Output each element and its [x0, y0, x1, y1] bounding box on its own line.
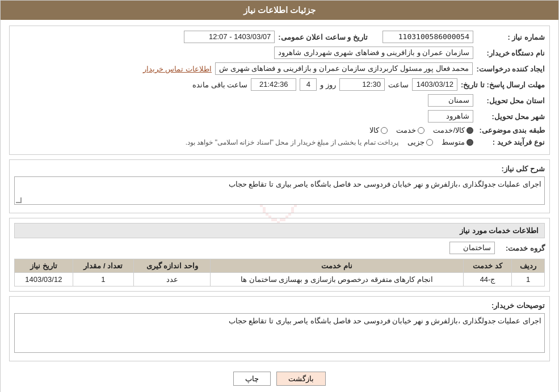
table-cell-row: 1: [512, 273, 545, 286]
row-need-number: شماره نیاز : 1103100586000054 تاریخ و سا…: [14, 31, 545, 43]
row-description: شرح کلی نیاز: اجرای عملیات جدولگذاری ،با…: [14, 165, 545, 205]
page-title: جزئیات اطلاعات نیاز: [243, 5, 316, 15]
radio-jozvi-circle: [426, 139, 433, 146]
service-group-row: گروه خدمت: ساختمان: [14, 242, 545, 254]
deadline-remaining: 21:42:36: [251, 78, 296, 91]
back-button[interactable]: بازگشت: [276, 372, 326, 386]
radio-kala-khadamat-circle: [466, 127, 473, 134]
deadline-day-label: روز و: [320, 81, 336, 89]
need-number-value: 1103100586000054: [383, 31, 473, 43]
bottom-buttons: بازگشت چاپ: [9, 366, 550, 391]
col-date: تاریخ نیاز: [15, 259, 73, 273]
deadline-days: 4: [300, 78, 317, 91]
deadline-label: مهلت ارسال پاسخ: تا تاریخ:: [461, 81, 545, 89]
description-value: اجرای عملیات جدولگذاری ،بازلفرش و نهر خی…: [229, 180, 541, 188]
col-name: نام خدمت: [211, 259, 463, 273]
delivery-province-label: استان محل تحویل:: [477, 96, 545, 105]
buyer-org-value: سازمان عمران و بازافرینی و فضاهای شهری ش…: [274, 47, 473, 59]
deadline-date: 1403/03/12: [412, 78, 457, 91]
need-number-label: شماره نیاز :: [477, 33, 545, 41]
page-content: 🛡 شماره نیاز : 1103100586000054 تاریخ و …: [1, 20, 558, 392]
row-buyer-org: نام دستگاه خریدار: سازمان عمران و بازافر…: [14, 47, 545, 59]
process-radio-group: متوسط جزیی: [407, 138, 473, 146]
table-cell-name: انجام کارهای متفرقه درخصوص بازسازی و بهس…: [211, 273, 463, 286]
buyer-org-label: نام دستگاه خریدار:: [477, 49, 545, 57]
buyer-desc-box: اجرای عملیات جدولگذاری ،بازلفرش و نهر خی…: [14, 313, 545, 353]
col-quantity: تعداد / مقدار: [73, 259, 133, 273]
deadline-remaining-label: ساعت باقی مانده: [192, 81, 247, 89]
buyer-desc-label: توصیحات خریدار:: [488, 301, 545, 310]
table-cell-unit: عدد: [134, 273, 211, 286]
creator-value: محمد فعال پور مسئول کاربردازی سازمان عمر…: [215, 62, 473, 75]
radio-kala-label: کالا: [369, 126, 379, 134]
buyer-desc-value: اجرای عملیات جدولگذاری ،بازلفرش و نهر خی…: [229, 317, 541, 325]
creator-label: ایجاد کننده درخواست:: [476, 65, 545, 73]
watermark-area: 🛡 شماره نیاز : 1103100586000054 تاریخ و …: [9, 26, 550, 391]
page-header: جزئیات اطلاعات نیاز: [1, 1, 558, 20]
resize-handle: [16, 197, 22, 203]
delivery-province-value: سمنان: [428, 94, 473, 107]
row-province: استان محل تحویل: سمنان: [14, 94, 545, 107]
row-process: نوع فرآیند خرید : متوسط جزیی پرداخت: [14, 138, 545, 146]
radio-motavasset-circle: [466, 139, 473, 146]
description-box: اجرای عملیات جدولگذاری ،بازلفرش و نهر خی…: [14, 176, 545, 205]
buyer-desc-section: توصیحات خریدار: اجرای عملیات جدولگذاری ،…: [9, 296, 550, 361]
radio-kala[interactable]: کالا: [369, 126, 388, 134]
content-inner: شماره نیاز : 1103100586000054 تاریخ و سا…: [9, 26, 550, 391]
description-label: شرح کلی نیاز:: [488, 165, 545, 173]
row-city: شهر محل تحویل: شاهرود: [14, 110, 545, 123]
print-button[interactable]: چاپ: [233, 372, 271, 386]
radio-kala-khadamat[interactable]: کالا/خدمت: [433, 126, 473, 134]
date-announce-value: 1403/03/07 - 12:07: [184, 31, 275, 43]
radio-motavasset[interactable]: متوسط: [442, 138, 473, 146]
radio-khadamat[interactable]: خدمت: [396, 126, 424, 134]
deadline-time: 12:30: [339, 78, 385, 91]
table-row: 1ج-44انجام کارهای متفرقه درخصوص بازسازی …: [15, 273, 545, 286]
radio-kala-circle: [381, 127, 388, 134]
radio-motavasset-label: متوسط: [442, 138, 465, 146]
radio-kala-khadamat-label: کالا/خدمت: [433, 126, 465, 134]
contact-link[interactable]: اطلاعات تماس خریدار: [143, 65, 212, 73]
page-wrapper: جزئیات اطلاعات نیاز 🛡 شماره نیاز : 11031…: [0, 0, 559, 392]
col-row: ردیف: [512, 259, 545, 273]
service-group-value: ساختمان: [449, 242, 495, 254]
col-code: کد خدمت: [463, 259, 512, 273]
deadline-time-label: ساعت: [388, 81, 409, 89]
description-section: شرح کلی نیاز: اجرای عملیات جدولگذاری ،با…: [9, 159, 550, 213]
row-creator: ایجاد کننده درخواست: محمد فعال پور مسئول…: [14, 62, 545, 75]
radio-khadamat-label: خدمت: [396, 126, 416, 134]
main-info-section: شماره نیاز : 1103100586000054 تاریخ و سا…: [9, 26, 550, 155]
table-cell-quantity: 1: [73, 273, 133, 286]
table-header-row: ردیف کد خدمت نام خدمت واحد اندازه گیری ت…: [15, 259, 545, 273]
row-category: طبقه بندی موضوعی: کالا/خدمت خدمت: [14, 126, 545, 134]
category-label: طبقه بندی موضوعی:: [477, 126, 545, 134]
process-label: نوع فرآیند خرید :: [477, 138, 545, 146]
date-announce-label: تاریخ و ساعت اعلان عمومی:: [278, 33, 368, 41]
services-section: اطلاعات خدمات مورد نیاز گروه خدمت: ساختم…: [9, 218, 550, 292]
radio-jozvi[interactable]: جزیی: [407, 138, 433, 146]
process-note: پرداخت تمام یا بخشی از مبلغ خریدار از مح…: [186, 138, 398, 146]
services-title: اطلاعات خدمات مورد نیاز: [14, 223, 545, 238]
row-buyer-desc: توصیحات خریدار: اجرای عملیات جدولگذاری ،…: [14, 301, 545, 353]
services-table: ردیف کد خدمت نام خدمت واحد اندازه گیری ت…: [14, 259, 545, 286]
category-radio-group: کالا/خدمت خدمت کالا: [369, 126, 473, 134]
table-cell-code: ج-44: [463, 273, 512, 286]
radio-jozvi-label: جزیی: [407, 138, 424, 146]
col-unit: واحد اندازه گیری: [134, 259, 211, 273]
delivery-city-label: شهر محل تحویل:: [477, 112, 545, 121]
delivery-city-value: شاهرود: [428, 110, 473, 123]
table-cell-date: 1403/03/12: [15, 273, 73, 286]
row-deadline: مهلت ارسال پاسخ: تا تاریخ: 1403/03/12 سا…: [14, 78, 545, 91]
service-group-label: گروه خدمت:: [499, 244, 545, 252]
radio-khadamat-circle: [418, 127, 424, 134]
